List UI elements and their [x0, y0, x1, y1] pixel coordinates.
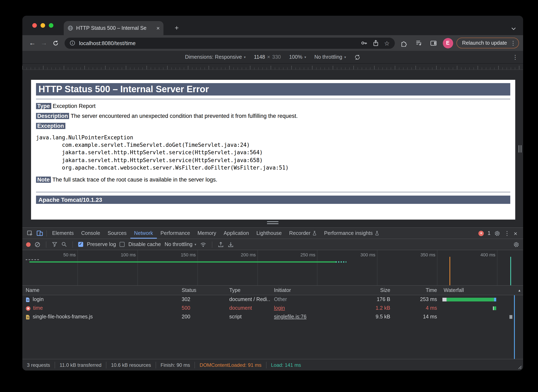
- caret-down-icon: ▾: [244, 55, 246, 59]
- col-header-size[interactable]: Size: [346, 286, 394, 295]
- network-settings-gear-icon[interactable]: [513, 241, 519, 247]
- divider: [46, 230, 47, 236]
- device-toolbar-kebab-icon[interactable]: ⋮: [512, 54, 518, 60]
- rotate-viewport-icon[interactable]: [354, 54, 360, 60]
- table-row[interactable]: login 302 document / Redi… Other 176 B 2…: [22, 295, 523, 304]
- col-header-type[interactable]: Type: [226, 286, 271, 295]
- device-toolbar-toggle-icon[interactable]: [35, 228, 45, 238]
- error-badge-icon[interactable]: ×: [479, 231, 484, 236]
- back-button[interactable]: ←: [27, 37, 38, 49]
- zoom-value: 100%: [289, 54, 302, 60]
- tab-application[interactable]: Application: [220, 228, 253, 238]
- request-initiator-link[interactable]: login: [271, 304, 346, 313]
- devtools-close-icon[interactable]: ×: [514, 230, 517, 236]
- tab-performance-insights[interactable]: Performance insights: [320, 228, 382, 238]
- tab-recorder[interactable]: Recorder: [285, 228, 320, 238]
- viewport-ruler: [22, 64, 523, 70]
- network-conditions-icon[interactable]: [200, 241, 207, 247]
- forward-button[interactable]: →: [38, 37, 50, 49]
- tab-memory[interactable]: Memory: [194, 228, 220, 238]
- media-controls-icon[interactable]: [413, 37, 425, 49]
- search-icon[interactable]: [61, 242, 67, 247]
- tab-search-chevron-icon[interactable]: [511, 26, 516, 31]
- reload-button[interactable]: [50, 37, 61, 49]
- caret-down-icon: ▾: [194, 243, 196, 246]
- tab-lighthouse[interactable]: Lighthouse: [253, 228, 285, 238]
- device-toolbar: Dimensions: Responsive ▾ 1148 × 330 100%…: [22, 51, 523, 64]
- share-icon[interactable]: [373, 40, 379, 46]
- new-tab-button[interactable]: +: [172, 23, 181, 33]
- request-name[interactable]: single-file-hooks-frames.js: [33, 313, 93, 321]
- dimensions-label: Dimensions: Responsive: [185, 54, 242, 60]
- table-header: Name Status Type Initiator Size Time Wat…: [22, 286, 523, 295]
- viewport-height-input[interactable]: 330: [272, 54, 281, 60]
- network-throttling-select[interactable]: No throttling ▾: [165, 242, 196, 247]
- exception-line: Exception: [36, 123, 510, 129]
- note-text: The full stack trace of the root cause i…: [51, 177, 217, 183]
- filter-funnel-icon[interactable]: [52, 242, 57, 247]
- col-header-time[interactable]: Time: [394, 286, 440, 295]
- caret-down-icon: ▾: [304, 55, 306, 59]
- inspect-element-icon[interactable]: [25, 228, 35, 238]
- tab-performance[interactable]: Performance: [157, 228, 194, 238]
- table-row[interactable]: time 500 document login 1.2 kB 4 ms: [22, 304, 523, 313]
- devtools-kebab-icon[interactable]: ⋮: [504, 230, 510, 236]
- close-window-button[interactable]: [32, 23, 37, 28]
- address-bar[interactable]: localhost:8080/test/time ☆: [65, 37, 395, 49]
- col-header-status[interactable]: Status: [178, 286, 226, 295]
- table-row[interactable]: single-file-hooks-frames.js 200 script s…: [22, 313, 523, 321]
- browser-tab[interactable]: HTTP Status 500 – Internal Se ×: [64, 21, 164, 35]
- flask-icon: [375, 231, 379, 236]
- viewport-width-resize-handle[interactable]: [519, 145, 521, 153]
- import-har-icon[interactable]: [218, 241, 224, 247]
- request-size: 1.2 kB: [346, 304, 394, 313]
- timeline-label: 300 ms: [360, 252, 375, 257]
- browser-menu-kebab-icon[interactable]: ⋮: [510, 40, 516, 46]
- error-count[interactable]: 1: [488, 230, 491, 236]
- col-header-waterfall[interactable]: Waterfall: [440, 286, 511, 295]
- sort-asc-icon[interactable]: ▲: [518, 286, 521, 295]
- devtools-resize-handle[interactable]: [267, 220, 278, 225]
- relaunch-label: Relaunch to update: [462, 40, 507, 46]
- zoom-window-button[interactable]: [49, 23, 53, 28]
- tab-sources[interactable]: Sources: [104, 228, 130, 238]
- disable-cache-checkbox[interactable]: [120, 242, 125, 247]
- exception-badge: Exception: [36, 123, 65, 129]
- clear-network-log-icon[interactable]: [34, 241, 41, 247]
- zoom-select[interactable]: 100% ▾: [289, 54, 306, 60]
- throttling-select[interactable]: No throttling ▾: [314, 54, 346, 60]
- site-info-icon[interactable]: [70, 40, 75, 46]
- request-initiator: Other: [271, 295, 346, 304]
- request-time: 253 ms: [394, 295, 440, 304]
- col-header-name[interactable]: Name: [22, 286, 178, 295]
- record-network-log-button[interactable]: [26, 242, 31, 247]
- page-title: HTTP Status 500 – Internal Server Error: [36, 83, 510, 96]
- devtools-tabbar-right: × 1 ⋮ ×: [479, 230, 521, 236]
- export-har-icon[interactable]: [228, 241, 234, 247]
- minimize-window-button[interactable]: [41, 23, 45, 28]
- relaunch-to-update-button[interactable]: Relaunch to update ⋮: [456, 38, 519, 48]
- tab-elements[interactable]: Elements: [48, 228, 77, 238]
- tab-console[interactable]: Console: [77, 228, 104, 238]
- type-text: Exception Report: [51, 103, 96, 109]
- timeline-label: 50 ms: [63, 252, 76, 257]
- side-panel-icon[interactable]: [428, 37, 439, 49]
- network-overview-timeline[interactable]: 50 ms 100 ms 150 ms 200 ms 250 ms 300 ms…: [22, 250, 523, 286]
- request-name[interactable]: login: [33, 295, 44, 304]
- bookmark-star-icon[interactable]: ☆: [384, 40, 390, 46]
- profile-avatar[interactable]: E: [443, 38, 453, 48]
- password-key-icon[interactable]: [361, 40, 368, 46]
- col-header-initiator[interactable]: Initiator: [271, 286, 346, 295]
- devtools-settings-gear-icon[interactable]: [494, 230, 500, 236]
- preserve-log-checkbox[interactable]: [78, 242, 83, 247]
- tab-close-icon[interactable]: ×: [156, 25, 160, 31]
- extensions-puzzle-icon[interactable]: [398, 37, 410, 49]
- tab-network[interactable]: Network: [130, 228, 157, 238]
- url-text[interactable]: localhost:8080/test/time: [79, 40, 357, 46]
- viewport-width-input[interactable]: 1148: [254, 54, 265, 60]
- request-size: 176 B: [346, 295, 394, 304]
- window-resize-grip[interactable]: [517, 364, 522, 369]
- device-type-select[interactable]: Dimensions: Responsive ▾: [185, 54, 246, 60]
- request-initiator-link[interactable]: singlefile.js:76: [271, 313, 346, 321]
- request-name[interactable]: time: [33, 304, 43, 313]
